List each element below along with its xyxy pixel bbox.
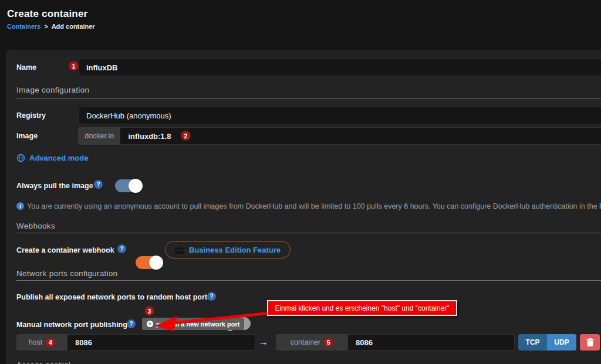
breadcrumb-current: Add container [52, 23, 95, 30]
image-input-group: docker.io [78, 127, 601, 145]
business-edition-label: Business Edition Feature [189, 246, 281, 254]
create-webhook-help-icon[interactable]: ? [117, 244, 126, 253]
registry-label: Registry [16, 111, 46, 120]
publish-port-button-label: publish a new network port [156, 321, 239, 328]
image-input[interactable] [120, 127, 601, 145]
annotation-text: Einmal klicken und es erscheinen "host" … [275, 304, 449, 312]
create-container-page: { "page": { "title": "Create container",… [0, 0, 601, 364]
manual-publishing-label: Manual network port publishing [16, 321, 127, 329]
breadcrumb-containers-link[interactable]: Containers [7, 23, 40, 30]
name-input[interactable] [78, 59, 601, 76]
host-port-input[interactable] [67, 334, 255, 351]
container-port-input[interactable] [348, 334, 515, 351]
plus-circle-icon: + [147, 321, 153, 327]
advanced-mode-link[interactable]: Advanced mode [16, 154, 88, 162]
tcp-button[interactable]: TCP [518, 334, 547, 351]
access-control-section-title: Access control [16, 360, 70, 364]
globe-icon [16, 154, 25, 162]
name-label: Name [16, 63, 36, 72]
network-ports-section-title: Network ports configuration [16, 269, 117, 278]
registry-selected-value: DockerHub (anonymous) [86, 111, 171, 120]
trash-icon [586, 338, 594, 346]
info-text-body: You are currently using an anonymous acc… [27, 202, 599, 210]
host-port-addon: host 4 [16, 334, 67, 351]
annotation-number-5: 5 [323, 338, 333, 348]
host-port-addon-label: host [29, 338, 43, 346]
breadcrumb-separator: > [45, 23, 48, 30]
annotation-callout: Einmal klicken und es erscheinen "host" … [267, 300, 457, 316]
always-pull-toggle[interactable] [115, 179, 141, 192]
advanced-mode-label: Advanced mode [29, 154, 88, 162]
container-port-addon: container 5 [276, 334, 348, 351]
breadcrumb: Containers > Add container [7, 23, 95, 30]
annotation-number-3: 3 [144, 306, 154, 316]
annotation-number-1: 1 [69, 61, 79, 71]
arrow-right-icon: → [259, 337, 268, 348]
page-title: Create container [7, 8, 87, 20]
udp-button[interactable]: UDP [547, 334, 576, 351]
annotation-number-2: 2 [181, 131, 191, 141]
image-configuration-section-title: Image configuration [16, 86, 89, 94]
section-divider [16, 233, 601, 233]
section-divider [16, 98, 601, 98]
annotation-number-4: 4 [45, 338, 55, 348]
publish-port-button[interactable]: + publish a new network port [142, 318, 244, 330]
always-pull-help-icon[interactable]: ? [94, 180, 103, 189]
toggle-knob [129, 179, 143, 193]
anonymous-pull-info-text: You are currently using an anonymous acc… [27, 202, 601, 210]
registry-select[interactable]: DockerHub (anonymous) [78, 107, 601, 124]
remove-port-button[interactable] [580, 334, 600, 351]
publish-all-help-icon[interactable]: ? [207, 292, 216, 301]
section-divider [16, 280, 601, 281]
create-webhook-label: Create a container webhook [16, 246, 114, 254]
image-registry-prefix: docker.io [78, 127, 120, 145]
image-label: Image [16, 132, 38, 140]
toggle-knob [149, 256, 163, 270]
publish-all-label: Publish all exposed network ports to ran… [16, 293, 211, 301]
always-pull-label: Always pull the image [16, 182, 93, 190]
info-icon: i [16, 202, 24, 210]
container-port-addon-label: container [291, 338, 320, 346]
manual-publishing-help-icon[interactable]: ? [127, 319, 136, 328]
briefcase-icon [175, 246, 184, 254]
business-edition-badge[interactable]: Business Edition Feature [165, 241, 291, 258]
webhooks-section-title: Webhooks [16, 222, 55, 230]
create-webhook-toggle[interactable] [136, 256, 162, 269]
